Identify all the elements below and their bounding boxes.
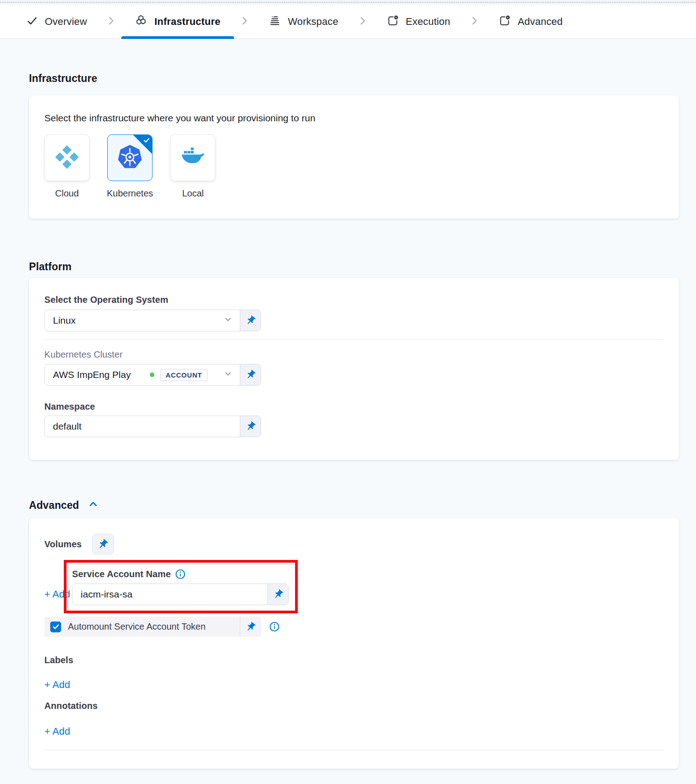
service-account-label-row: Service Account Name (72, 568, 289, 580)
infrastructure-options: Cloud (44, 134, 663, 199)
add-label-link[interactable]: + Add (44, 679, 70, 691)
infrastructure-prompt: Select the infrastructure where you want… (44, 113, 663, 124)
tab-infrastructure[interactable]: Infrastructure (121, 5, 234, 38)
info-icon[interactable] (269, 621, 280, 632)
add-annotation-link[interactable]: + Add (44, 726, 70, 737)
service-account-highlight-box: Service Account Name (64, 560, 298, 613)
automount-row: Automount Service Account Token (44, 617, 663, 637)
infra-option-kubernetes-wrap: Kubernetes (107, 134, 153, 199)
namespace-pin-button[interactable] (240, 416, 261, 437)
kubernetes-cluster-field[interactable]: AWS ImpEng Play ACCOUNT (44, 364, 261, 386)
section-bottom-divider (44, 750, 663, 751)
os-select-value: Linux (53, 315, 76, 326)
check-icon (26, 15, 38, 29)
infra-option-kubernetes[interactable] (107, 134, 153, 181)
automount-field: Automount Service Account Token (44, 617, 261, 637)
info-icon[interactable] (175, 569, 186, 579)
scope-badge: ACCOUNT (160, 369, 208, 381)
chevron-right-icon (105, 15, 117, 29)
infra-option-cloud-wrap: Cloud (44, 134, 90, 199)
chevron-down-icon (223, 314, 234, 327)
section-heading-advanced: Advanced (29, 499, 79, 512)
infra-option-cloud-label: Cloud (55, 188, 79, 199)
tab-advanced-label: Advanced (518, 16, 563, 28)
chevron-right-icon (357, 15, 368, 29)
os-pin-button[interactable] (240, 310, 261, 331)
os-select-field[interactable]: Linux (44, 310, 261, 331)
automount-checkbox[interactable] (50, 621, 61, 632)
annotations-label: Annotations (44, 701, 663, 711)
os-select-label: Select the Operating System (44, 294, 663, 305)
automount-pin-button[interactable] (240, 621, 261, 632)
field-divider (44, 339, 663, 340)
tab-execution-label: Execution (406, 16, 450, 28)
namespace-field (44, 416, 261, 437)
infra-option-local-wrap: Local (170, 134, 215, 199)
infra-option-local-label: Local (182, 188, 204, 199)
provisioning-wizard-page: Overview Infrastructure (0, 0, 696, 784)
section-heading-platform: Platform (29, 261, 679, 273)
infrastructure-card: Select the infrastructure where you want… (29, 96, 679, 219)
service-account-input[interactable] (81, 589, 261, 600)
infra-option-kubernetes-label: Kubernetes (107, 188, 153, 199)
wizard-tab-bar: Overview Infrastructure (0, 5, 696, 39)
top-dotted-divider (0, 0, 696, 5)
section-heading-infrastructure: Infrastructure (29, 72, 679, 85)
kubernetes-cluster-value: AWS ImpEng Play (53, 369, 131, 380)
service-account-label: Service Account Name (72, 569, 171, 579)
namespace-label: Namespace (44, 401, 663, 412)
chevron-right-icon (468, 15, 480, 29)
advanced-heading-row: Advanced (29, 498, 679, 512)
hexagon-cluster-icon (135, 14, 148, 29)
tab-workspace[interactable]: Workspace (255, 5, 352, 38)
labels-label: Labels (44, 655, 663, 665)
selected-check-icon (143, 137, 150, 146)
platform-card: Select the Operating System Linux Kubern… (29, 278, 679, 460)
tab-overview[interactable]: Overview (13, 5, 100, 38)
volumes-pin-button[interactable] (92, 534, 114, 555)
infra-option-cloud[interactable] (44, 134, 90, 181)
box-gear-icon (386, 14, 399, 29)
chevron-down-icon (223, 368, 234, 381)
advanced-card: Volumes + Add Service Account Name (29, 518, 679, 769)
box-gear-icon (498, 14, 511, 29)
tab-advanced[interactable]: Advanced (485, 5, 576, 38)
infra-option-local[interactable] (170, 134, 215, 181)
docker-whale-icon (181, 147, 205, 169)
cloud-icon (55, 145, 79, 171)
service-account-pin-button[interactable] (267, 584, 288, 605)
tab-execution[interactable]: Execution (373, 5, 464, 38)
namespace-input[interactable] (53, 421, 234, 432)
tab-workspace-label: Workspace (288, 16, 338, 28)
connector-status-dot (150, 373, 154, 377)
service-account-field (72, 583, 289, 605)
automount-label: Automount Service Account Token (68, 621, 205, 632)
kubernetes-cluster-label: Kubernetes Cluster (44, 349, 663, 360)
stack-icon (268, 14, 281, 29)
cluster-pin-button[interactable] (240, 364, 261, 385)
chevron-right-icon (238, 15, 250, 29)
tab-overview-label: Overview (45, 16, 87, 28)
collapse-chevron-up-icon[interactable] (87, 498, 99, 512)
tab-infrastructure-label: Infrastructure (154, 16, 220, 28)
volumes-label: Volumes (44, 539, 82, 550)
volumes-row: Volumes (44, 534, 663, 555)
